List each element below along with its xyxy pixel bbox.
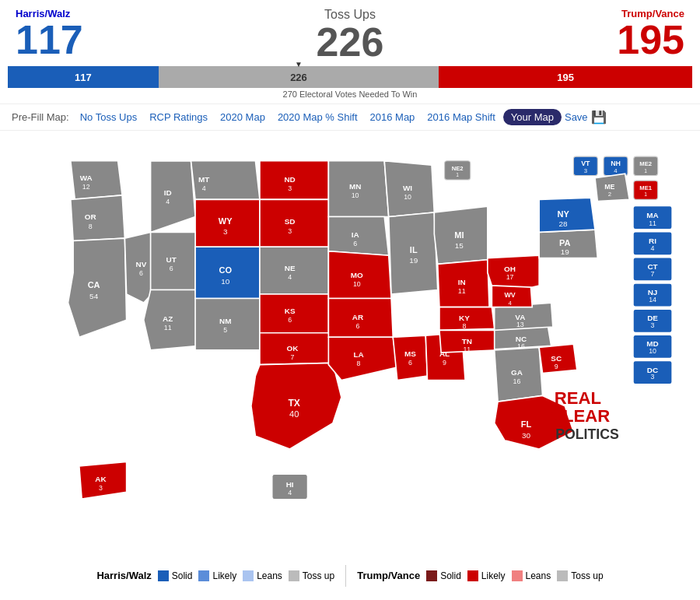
svg-text:3: 3 xyxy=(288,184,292,192)
svg-text:3: 3 xyxy=(99,484,103,492)
map-container: WA 12 OR 8 CA 54 NV 6 ID 4 MT 4 WY 3 UT … xyxy=(0,131,700,587)
svg-text:7: 7 xyxy=(290,353,294,361)
svg-text:ME1: ME1 xyxy=(639,184,653,191)
svg-text:19: 19 xyxy=(561,247,570,256)
svg-text:ME2: ME2 xyxy=(639,160,652,167)
tossup-red-swatch xyxy=(557,570,568,581)
legend-harris-leans-label: Leans xyxy=(257,570,282,581)
progress-bar: 117 226 ▼ 195 xyxy=(8,66,692,88)
svg-text:4: 4 xyxy=(508,300,512,307)
nav-prefix: Pre-Fill Map: xyxy=(12,111,69,123)
svg-text:NV: NV xyxy=(136,260,147,268)
svg-text:KS: KS xyxy=(285,307,296,315)
svg-text:3: 3 xyxy=(651,373,655,381)
nav-bar: Pre-Fill Map: No Toss Ups RCP Ratings 20… xyxy=(0,104,700,131)
legend-harris-likely: Likely xyxy=(198,570,236,581)
svg-text:TX: TX xyxy=(288,398,300,409)
svg-text:AZ: AZ xyxy=(163,314,173,323)
svg-text:1: 1 xyxy=(456,172,459,177)
svg-text:6: 6 xyxy=(139,269,143,277)
svg-text:ME: ME xyxy=(604,183,614,191)
svg-text:6: 6 xyxy=(408,359,412,367)
svg-text:10: 10 xyxy=(221,277,230,286)
svg-text:NY: NY xyxy=(557,209,569,219)
svg-text:4: 4 xyxy=(288,273,292,281)
svg-text:3: 3 xyxy=(584,167,587,174)
nav-your-map[interactable]: Your Map xyxy=(503,109,562,125)
svg-text:WV: WV xyxy=(504,291,515,299)
svg-text:WY: WY xyxy=(219,216,233,226)
svg-text:2: 2 xyxy=(608,191,611,198)
save-label: Save xyxy=(565,111,588,123)
svg-text:19: 19 xyxy=(409,256,418,265)
svg-text:8: 8 xyxy=(89,223,93,230)
svg-text:6: 6 xyxy=(170,265,173,272)
nav-save[interactable]: Save 💾 xyxy=(565,110,607,125)
svg-text:12: 12 xyxy=(82,183,90,191)
left-ev: 117 xyxy=(16,19,83,60)
svg-text:NE: NE xyxy=(285,264,296,272)
blue-bar: 117 xyxy=(8,66,159,88)
svg-text:CLEAR: CLEAR xyxy=(551,406,610,426)
svg-text:NM: NM xyxy=(219,317,231,325)
svg-text:MI: MI xyxy=(454,230,464,240)
svg-text:7: 7 xyxy=(651,270,655,278)
svg-text:4: 4 xyxy=(202,184,206,192)
svg-text:IN: IN xyxy=(458,278,466,286)
nav-2016-map[interactable]: 2016 Map xyxy=(366,109,420,125)
svg-text:UT: UT xyxy=(166,255,176,264)
right-ev: 195 xyxy=(617,19,684,60)
legend: Harris/Walz Solid Likely Leans Toss up T… xyxy=(23,565,677,587)
ev-needed-text: 270 Electoral Votes Needed To Win xyxy=(8,88,692,104)
svg-text:14: 14 xyxy=(649,296,656,304)
center-ev: 226 xyxy=(317,22,384,62)
leans-blue-swatch xyxy=(243,570,254,581)
svg-marker-1 xyxy=(71,161,122,200)
legend-harris-tossup: Toss up xyxy=(289,570,334,581)
nav-2016-shift[interactable]: 2016 Map Shift xyxy=(422,109,499,125)
nav-rcp-ratings[interactable]: RCP Ratings xyxy=(145,109,212,125)
leans-red-swatch xyxy=(512,570,523,581)
legend-trump-solid-label: Solid xyxy=(440,570,461,581)
svg-text:KY: KY xyxy=(459,314,470,322)
svg-text:AR: AR xyxy=(352,313,363,321)
svg-text:3: 3 xyxy=(223,227,228,236)
svg-text:GA: GA xyxy=(511,368,523,377)
tossup-blue-swatch xyxy=(289,570,299,581)
svg-text:CO: CO xyxy=(219,265,232,275)
svg-text:15: 15 xyxy=(455,241,464,250)
nav-no-toss-ups[interactable]: No Toss Ups xyxy=(75,109,142,125)
svg-text:11: 11 xyxy=(649,219,656,227)
svg-text:17: 17 xyxy=(506,273,514,281)
svg-text:4: 4 xyxy=(166,198,170,205)
legend-divider xyxy=(345,565,346,587)
svg-text:6: 6 xyxy=(353,240,357,247)
svg-text:3: 3 xyxy=(288,227,292,235)
svg-text:LA: LA xyxy=(353,350,363,359)
svg-text:11: 11 xyxy=(463,346,471,353)
svg-text:8: 8 xyxy=(357,360,361,367)
svg-text:5: 5 xyxy=(223,326,227,334)
progress-bar-container: 117 226 ▼ 195 270 Electoral Votes Needed… xyxy=(0,66,700,104)
svg-text:4: 4 xyxy=(651,244,655,252)
svg-text:OH: OH xyxy=(504,265,516,273)
legend-trump-title: Trump/Vance xyxy=(357,570,420,581)
svg-text:MA: MA xyxy=(646,211,658,219)
likely-red-swatch xyxy=(467,570,478,581)
solid-blue-swatch xyxy=(158,570,169,581)
legend-trump-leans-label: Leans xyxy=(526,570,551,581)
svg-text:4: 4 xyxy=(288,489,292,496)
nav-2020-shift[interactable]: 2020 Map % Shift xyxy=(273,109,362,125)
legend-harris-solid: Solid xyxy=(158,570,193,581)
svg-text:MT: MT xyxy=(198,175,209,184)
legend-harris-solid-label: Solid xyxy=(172,570,193,581)
svg-text:13: 13 xyxy=(516,321,524,328)
svg-text:6: 6 xyxy=(355,322,359,330)
svg-text:TN: TN xyxy=(462,337,472,346)
legend-trump-tossup: Toss up xyxy=(557,570,603,581)
svg-text:8: 8 xyxy=(463,322,467,330)
svg-text:WA: WA xyxy=(80,174,93,182)
legend-harris-title: Harris/Walz xyxy=(96,570,151,581)
svg-text:3: 3 xyxy=(651,321,655,329)
nav-2020-map[interactable]: 2020 Map xyxy=(215,109,270,125)
